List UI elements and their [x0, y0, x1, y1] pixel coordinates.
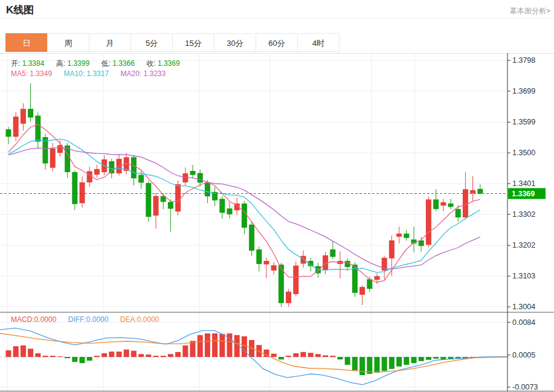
tab-月[interactable]: 月 [89, 33, 131, 52]
candle [264, 261, 269, 265]
candle [301, 256, 306, 264]
candle [28, 109, 33, 117]
macd-bar [375, 357, 380, 373]
macd-axis-label: 0.0084 [512, 318, 535, 327]
macd-bar [279, 357, 284, 359]
macd-bar [426, 357, 431, 360]
candle [138, 175, 144, 183]
candle [227, 208, 233, 214]
macd-bar [419, 357, 424, 361]
current-price-tag-label: 1.3369 [512, 190, 535, 198]
macd-bar [205, 333, 210, 357]
fundamental-analysis-link[interactable]: 基本面分析> [510, 6, 550, 16]
ma-legend: MA5: 1.3349 MA10: 1.3317 MA20: 1.3233 [11, 69, 175, 78]
macd-bar [182, 345, 188, 357]
macd-bar [411, 357, 417, 363]
ma5-legend: MA5: 1.3349 [11, 69, 52, 78]
tab-4时[interactable]: 4时 [297, 33, 340, 52]
candle [359, 287, 365, 295]
ohlc-open: 开: 1.3384 [11, 59, 44, 68]
candle [293, 266, 298, 294]
tab-30分[interactable]: 30分 [214, 33, 256, 52]
candle [404, 234, 409, 238]
candle [256, 249, 262, 264]
kline-chart[interactable]: 1.37981.36991.35991.35001.34011.33021.32… [0, 53, 554, 392]
candle [6, 129, 11, 137]
macd-bar [153, 356, 159, 357]
macd-bar [87, 357, 92, 361]
macd-legend: MACD:0.0000 DIFF:0.0000 DEA:0.0000 [11, 315, 169, 324]
candle [456, 209, 461, 217]
candle [367, 279, 372, 289]
macd-bar [65, 357, 70, 358]
macd-bar [198, 335, 203, 357]
macd-bar [338, 357, 343, 359]
macd-value: MACD:0.0000 [11, 315, 56, 324]
macd-bar [396, 357, 402, 367]
macd-bar [389, 357, 395, 369]
ma20-legend: MA20: 1.3233 [120, 69, 166, 78]
candle [286, 292, 291, 303]
price-axis-label: 1.3202 [512, 241, 535, 249]
candle [35, 115, 40, 141]
macd-bar [35, 353, 40, 357]
macd-bar [286, 356, 291, 357]
candle [80, 182, 85, 203]
macd-bar [404, 357, 409, 365]
macd-bar [359, 357, 365, 375]
price-axis-label: 1.3103 [512, 272, 535, 280]
candle [477, 189, 483, 194]
ma10-legend: MA10: 1.3317 [63, 69, 109, 78]
candle [271, 265, 277, 271]
page-title: K线图 [6, 3, 34, 17]
price-axis-label: 1.3798 [512, 56, 535, 65]
macd-bar [190, 341, 196, 357]
candle [426, 199, 431, 245]
candle [433, 199, 439, 209]
macd-bar [138, 354, 144, 357]
price-axis-label: 1.3599 [512, 118, 535, 126]
tab-60分[interactable]: 60分 [256, 33, 298, 52]
candle [249, 225, 254, 251]
candle [198, 173, 203, 183]
macd-bar [124, 350, 129, 357]
candle [470, 190, 475, 193]
candle [389, 240, 395, 259]
ohlc-low: 低: 1.3366 [101, 59, 134, 68]
price-axis-label: 1.3699 [512, 87, 535, 95]
macd-bar [330, 356, 335, 357]
candle [448, 204, 454, 207]
macd-bar [367, 357, 372, 374]
price-axis-label: 1.3500 [512, 149, 535, 157]
candle [153, 196, 159, 216]
macd-bar [161, 356, 166, 357]
macd-bar [433, 357, 439, 359]
candle [330, 249, 335, 257]
candle [168, 202, 173, 208]
candle [94, 169, 100, 175]
ohlc-close: 收: 1.3369 [146, 59, 179, 68]
macd-bar [301, 352, 306, 357]
macd-bar [101, 353, 107, 357]
macd-axis-label: -0.0073 [512, 383, 538, 391]
macd-bar [271, 354, 277, 357]
macd-bar [352, 357, 358, 370]
macd-bar [117, 352, 122, 357]
tab-周[interactable]: 周 [47, 33, 89, 52]
macd-bar [13, 346, 19, 357]
tab-15分[interactable]: 15分 [172, 33, 214, 52]
price-axis-label: 1.3302 [512, 210, 535, 219]
candle [205, 182, 210, 196]
ohlc-legend: 开: 1.3384 高: 1.3399 低: 1.3366 收: 1.3369 [11, 59, 190, 69]
macd-bar [146, 355, 151, 357]
macd-bar [43, 356, 48, 357]
kline-page: { "header": { "title": "K线图", "link": "基… [0, 0, 554, 392]
tab-日[interactable]: 日 [5, 33, 48, 52]
price-axis-label: 1.3401 [512, 179, 535, 188]
diff-value: DIFF:0.0000 [68, 315, 109, 324]
macd-bar [109, 352, 114, 357]
header-divider [0, 18, 554, 19]
candle [440, 202, 446, 206]
macd-bar [168, 354, 173, 357]
tab-5分[interactable]: 5分 [130, 33, 173, 52]
